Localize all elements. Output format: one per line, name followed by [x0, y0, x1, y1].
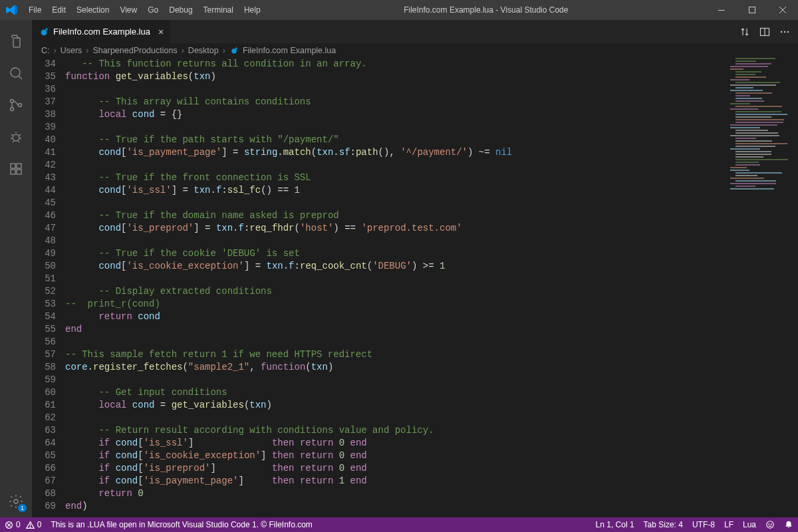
explorer-icon[interactable]	[0, 25, 32, 57]
line-number: 48	[32, 235, 56, 247]
breadcrumbs[interactable]: C:›Users›SharpenedProductions›Desktop›Fi…	[32, 43, 798, 58]
code-line[interactable]: -- Get input conditions	[65, 386, 793, 399]
line-number: 59	[32, 374, 56, 386]
more-actions-icon[interactable]	[779, 27, 790, 37]
tab-file[interactable]: FileInfo.com Example.lua ×	[32, 20, 171, 43]
status-notifications-icon[interactable]	[779, 517, 798, 532]
code-line[interactable]: -- True if the front connection is SSL	[65, 172, 793, 184]
code-line[interactable]	[65, 235, 793, 247]
code-line[interactable]	[65, 412, 793, 424]
code-line[interactable]	[65, 83, 793, 96]
svg-point-5	[19, 104, 22, 107]
maximize-button[interactable]	[737, 0, 767, 20]
code-line[interactable]	[65, 121, 793, 134]
status-encoding[interactable]: UTF-8	[688, 517, 720, 532]
status-errors[interactable]: 0 0	[0, 517, 46, 532]
line-number: 51	[32, 273, 56, 285]
svg-point-3	[11, 100, 14, 103]
line-number: 37	[32, 96, 56, 108]
code-line[interactable]: cond['is_payment_page'] = string.match(t…	[65, 146, 793, 159]
svg-point-19	[231, 49, 237, 54]
svg-point-16	[781, 31, 782, 32]
code-line[interactable]: return cond	[65, 311, 793, 323]
status-feedback-icon[interactable]	[761, 517, 779, 532]
split-editor-icon[interactable]	[759, 27, 770, 37]
line-number: 53	[32, 298, 56, 311]
status-center-message: This is an .LUA file open in Microsoft V…	[46, 517, 591, 532]
code-line[interactable]: -- This function returns all condition i…	[65, 58, 793, 70]
breadcrumb-file[interactable]: FileInfo.com Example.lua	[243, 46, 336, 55]
code-line[interactable]	[65, 159, 793, 172]
code-line[interactable]: -- Display extracted conditions	[65, 285, 793, 298]
code-line[interactable]: end	[65, 323, 793, 336]
code-line[interactable]: -- Return result according with conditio…	[65, 424, 793, 437]
line-number: 68	[32, 487, 56, 500]
settings-icon[interactable]: 1	[0, 485, 32, 517]
menu-terminal[interactable]: Terminal	[198, 0, 239, 20]
window-title: FileInfo.com Example.lua - Visual Studio…	[266, 5, 706, 15]
code-line[interactable]	[65, 374, 793, 386]
breadcrumb-segment[interactable]: C:	[41, 46, 50, 55]
svg-point-4	[11, 108, 14, 111]
close-button[interactable]	[767, 0, 798, 20]
code-line[interactable]: function get_variables(txn)	[65, 70, 793, 83]
code-line[interactable]: local cond = get_variables(txn)	[65, 399, 793, 412]
menu-file[interactable]: File	[23, 0, 47, 20]
line-number: 54	[32, 311, 56, 323]
code-line[interactable]: cond['is_preprod'] = txn.f:req_fhdr('hos…	[65, 222, 793, 235]
code-line[interactable]: if cond['is_payment_page'] then return 1…	[65, 475, 793, 487]
code-line[interactable]	[65, 273, 793, 285]
code-line[interactable]	[65, 197, 793, 209]
menu-debug[interactable]: Debug	[164, 0, 198, 20]
debug-icon[interactable]	[0, 121, 32, 153]
status-tab-size[interactable]: Tab Size: 4	[639, 517, 688, 532]
status-ln-col[interactable]: Ln 1, Col 1	[591, 517, 639, 532]
code-line[interactable]	[65, 336, 793, 348]
code-line[interactable]: -- This array will contains conditions	[65, 96, 793, 108]
breadcrumb-segment[interactable]: Users	[61, 46, 82, 55]
menu-bar: FileEditSelectionViewGoDebugTerminalHelp	[23, 0, 266, 20]
code-line[interactable]: end)	[65, 500, 793, 513]
line-number: 58	[32, 361, 56, 374]
code-editor[interactable]: 3435363738394041424344454647484950515253…	[32, 58, 798, 517]
chevron-right-icon: ›	[54, 46, 57, 55]
code-line[interactable]: -- True if the cookie 'DEBUG' is set	[65, 247, 793, 260]
menu-go[interactable]: Go	[142, 0, 164, 20]
chevron-right-icon: ›	[223, 46, 225, 55]
source-control-icon[interactable]	[0, 89, 32, 121]
breadcrumb-segment[interactable]: SharpenedProductions	[93, 46, 178, 55]
code-line[interactable]: return 0	[65, 487, 793, 500]
titlebar: FileEditSelectionViewGoDebugTerminalHelp…	[0, 0, 798, 20]
status-language[interactable]: Lua	[738, 517, 761, 532]
search-icon[interactable]	[0, 57, 32, 89]
code-line[interactable]: cond['is_cookie_exception'] = txn.f:req_…	[65, 260, 793, 273]
line-number: 42	[32, 159, 56, 172]
minimize-button[interactable]	[706, 0, 737, 20]
breadcrumb-segment[interactable]: Desktop	[188, 46, 219, 55]
menu-selection[interactable]: Selection	[71, 0, 114, 20]
code-line[interactable]: -- This sample fetch return 1 if we need…	[65, 348, 793, 361]
code-line[interactable]: -- True if the path starts with "/paymen…	[65, 134, 793, 146]
line-number: 44	[32, 184, 56, 197]
code-line[interactable]: -- print_r(cond)	[65, 298, 793, 311]
vertical-scrollbar[interactable]	[790, 58, 798, 517]
code-content[interactable]: -- This function returns all condition i…	[65, 58, 798, 517]
code-line[interactable]: -- True if the domain name asked is prep…	[65, 209, 793, 222]
menu-edit[interactable]: Edit	[47, 0, 71, 20]
menu-view[interactable]: View	[114, 0, 142, 20]
code-line[interactable]: core.register_fetches("sample2_1", funct…	[65, 361, 793, 374]
extensions-icon[interactable]	[0, 153, 32, 185]
code-line[interactable]: if cond['is_ssl'] then return 0 end	[65, 437, 793, 450]
code-line[interactable]: if cond['is_cookie_exception'] then retu…	[65, 450, 793, 462]
code-line[interactable]: if cond['is_preprod'] then return 0 end	[65, 462, 793, 475]
svg-point-6	[13, 134, 19, 141]
status-eol[interactable]: LF	[720, 517, 738, 532]
chevron-right-icon: ›	[86, 46, 88, 55]
svg-rect-1	[749, 7, 755, 13]
code-line[interactable]: cond['is_ssl'] = txn.f:ssl_fc() == 1	[65, 184, 793, 197]
svg-point-11	[14, 499, 18, 503]
compare-changes-icon[interactable]	[739, 27, 750, 37]
code-line[interactable]: local cond = {}	[65, 108, 793, 121]
tab-close-icon[interactable]: ×	[158, 27, 164, 37]
menu-help[interactable]: Help	[239, 0, 266, 20]
